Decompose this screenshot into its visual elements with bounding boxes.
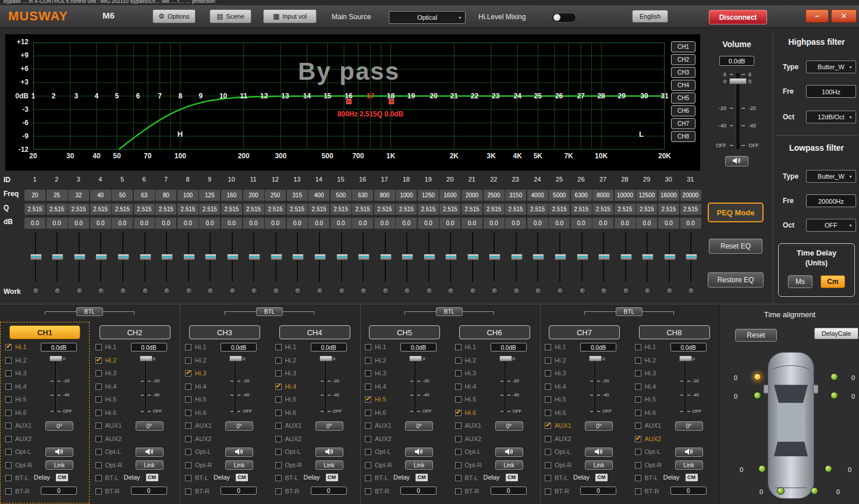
input-checkbox-opt-l[interactable] (95, 449, 102, 455)
input-checkbox-hi.3[interactable] (455, 370, 462, 377)
eq-db-cell[interactable]: 0.0 (24, 218, 45, 229)
eq-q-cell[interactable]: 2.515 (265, 204, 286, 215)
input-checkbox-aux1[interactable] (5, 423, 12, 429)
eq-band-slider-2[interactable] (52, 232, 62, 285)
channel-button-ch8[interactable]: CH8 (639, 325, 710, 339)
input-checkbox-hi.3[interactable] (5, 370, 12, 377)
channel-delay-value[interactable]: 0 (491, 487, 527, 495)
hilevel-mixing-toggle[interactable] (552, 13, 576, 23)
input-checkbox-bt-r[interactable] (95, 488, 102, 495)
input-checkbox-hi.6[interactable] (95, 410, 102, 416)
work-indicator-10[interactable] (229, 288, 236, 294)
channel-level-slider[interactable]: 0-20-40OFF (133, 354, 167, 417)
eq-db-cell[interactable]: 0.0 (418, 218, 439, 229)
work-indicator-18[interactable] (404, 288, 411, 294)
link-button[interactable]: Link (45, 460, 73, 470)
volume-slider[interactable]: 6600-20-20-40-40OFFOFF (704, 71, 769, 152)
input-checkbox-hi.1[interactable] (365, 344, 371, 350)
work-indicator-16[interactable] (360, 288, 367, 294)
eq-band-slider-5[interactable] (118, 232, 128, 285)
input-checkbox-hi.4[interactable] (635, 384, 641, 390)
eq-band-slider-13[interactable] (292, 232, 303, 285)
input-checkbox-hi.4[interactable]: ✔ (275, 384, 282, 390)
highpass-handle[interactable]: H (178, 130, 183, 139)
channel-mute-button[interactable] (225, 448, 253, 457)
eq-db-cell[interactable]: 0.0 (439, 218, 460, 229)
input-checkbox-hi.5[interactable] (95, 396, 102, 403)
eq-band-handle-9[interactable]: 9 (195, 92, 207, 100)
main-source-dropdown[interactable]: Optical ▼ (389, 11, 466, 24)
eq-band-slider-10[interactable] (227, 232, 237, 285)
eq-band-slider-18[interactable] (402, 232, 412, 285)
channel-delay-value[interactable]: 0 (311, 487, 347, 495)
input-checkbox-opt-l[interactable] (635, 449, 641, 455)
work-indicator-11[interactable] (251, 288, 258, 294)
eq-freq-cell[interactable]: 80 (155, 190, 176, 201)
channel-delay-value[interactable]: 0 (580, 487, 616, 495)
input-checkbox-aux2[interactable]: ✔ (635, 436, 641, 442)
work-indicator-24[interactable] (535, 288, 542, 294)
input-checkbox-bt-l[interactable] (275, 475, 282, 481)
input-checkbox-hi.5[interactable] (185, 396, 191, 403)
channel-mute-button[interactable] (136, 448, 164, 457)
work-indicator-5[interactable] (120, 288, 127, 294)
input-checkbox-hi.4[interactable] (95, 384, 102, 390)
channel-mute-button[interactable] (585, 448, 613, 457)
eq-freq-cell[interactable]: 25 (47, 190, 68, 201)
input-checkbox-aux2[interactable] (365, 436, 371, 442)
input-checkbox-aux2[interactable] (455, 436, 462, 442)
eq-freq-cell[interactable]: 1000 (396, 190, 417, 201)
graph-ch-button-ch2[interactable]: CH2 (671, 54, 695, 65)
input-checkbox-hi.3[interactable] (365, 370, 371, 377)
eq-db-cell[interactable]: 0.0 (658, 218, 679, 229)
ms-button[interactable]: Ms (788, 275, 812, 288)
close-button[interactable]: ✕ (831, 9, 857, 23)
channel-level-slider[interactable]: 0-20-40OFF (673, 354, 707, 417)
eq-db-cell[interactable]: 0.0 (571, 218, 592, 229)
input-checkbox-hi.6[interactable] (275, 410, 282, 416)
eq-band-slider-29[interactable] (642, 232, 652, 285)
input-checkbox-aux1[interactable]: ✔ (545, 423, 551, 429)
eq-freq-cell[interactable]: 6300 (571, 190, 592, 201)
lp-fre-value[interactable]: 20000Hz (806, 194, 856, 207)
eq-db-cell[interactable]: 0.0 (592, 218, 613, 229)
eq-band-slider-9[interactable] (205, 232, 215, 285)
input-checkbox-hi.4[interactable] (365, 384, 371, 390)
lp-type-dropdown[interactable]: Butter_W▼ (806, 170, 856, 183)
link-button[interactable]: Link (495, 460, 523, 470)
link-button[interactable]: Link (315, 460, 343, 470)
level-slider-handle[interactable] (49, 356, 62, 361)
work-indicator-22[interactable] (491, 288, 498, 294)
eq-band-slider-14[interactable] (314, 232, 325, 285)
input-checkbox-hi.4[interactable] (185, 384, 191, 390)
input-checkbox-bt-l[interactable] (5, 475, 12, 481)
band-drag-handle[interactable] (389, 99, 394, 104)
eq-band-slider-15[interactable] (336, 232, 347, 285)
input-checkbox-aux2[interactable] (5, 436, 12, 442)
language-button[interactable]: English (632, 10, 668, 23)
eq-band-slider-31[interactable] (686, 232, 696, 285)
eq-band-handle-31[interactable]: 31 (659, 92, 670, 100)
eq-q-cell[interactable]: 2.515 (287, 204, 308, 215)
volume-handle[interactable] (729, 78, 747, 84)
input-checkbox-opt-l[interactable] (275, 449, 282, 455)
input-checkbox-hi.2[interactable] (365, 357, 371, 364)
level-slider-handle[interactable] (499, 356, 512, 361)
hp-oct-dropdown[interactable]: 12dB/Oct▼ (806, 111, 856, 123)
input-checkbox-hi.3[interactable] (635, 370, 641, 377)
graph-ch-button-ch4[interactable]: CH4 (671, 80, 695, 91)
speaker-led-green[interactable] (758, 465, 766, 473)
link-button[interactable]: Link (585, 460, 613, 470)
eq-q-cell[interactable]: 2.515 (243, 204, 264, 215)
input-checkbox-hi.3[interactable] (95, 370, 102, 377)
speaker-led-green[interactable] (777, 487, 785, 495)
eq-band-handle-6[interactable]: 6 (132, 92, 144, 100)
input-checkbox-bt-l[interactable] (635, 475, 641, 481)
eq-band-slider-8[interactable] (183, 232, 194, 285)
input-checkbox-hi.5[interactable] (275, 396, 282, 403)
channel-button-ch7[interactable]: CH7 (549, 325, 620, 339)
eq-band-handle-25[interactable]: 25 (532, 92, 544, 100)
eq-freq-cell[interactable]: 8000 (592, 190, 613, 201)
work-indicator-14[interactable] (317, 288, 324, 294)
graph-ch-button-ch8[interactable]: CH8 (671, 131, 695, 142)
